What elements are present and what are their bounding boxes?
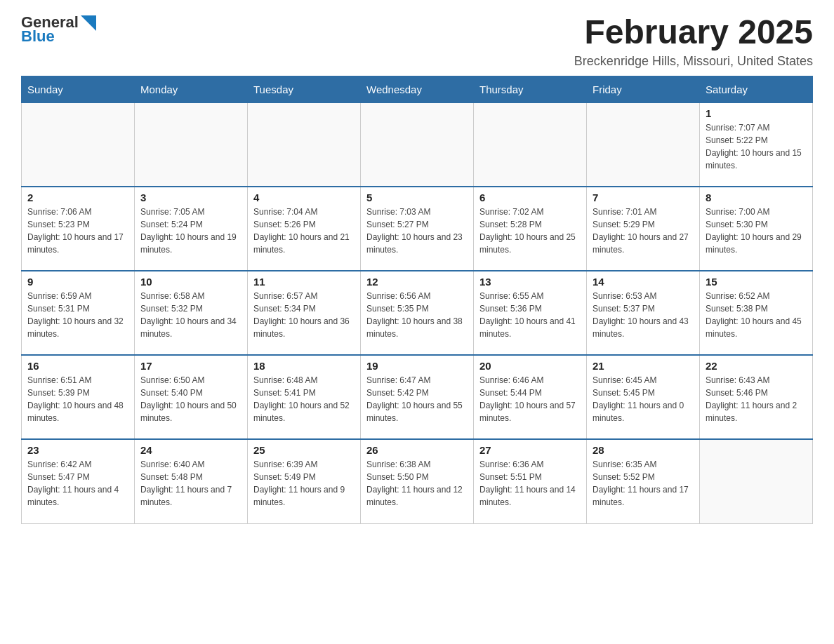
- header-wednesday: Wednesday: [361, 76, 474, 102]
- page-header: General Blue February 2025 Breckenridge …: [21, 14, 813, 69]
- day-number: 6: [479, 192, 581, 203]
- day-number: 5: [366, 192, 468, 203]
- table-row: 12Sunrise: 6:56 AMSunset: 5:35 PMDayligh…: [361, 271, 474, 355]
- table-row: 3Sunrise: 7:05 AMSunset: 5:24 PMDaylight…: [135, 187, 248, 271]
- header-saturday: Saturday: [700, 76, 813, 102]
- day-info: Sunrise: 6:35 AMSunset: 5:52 PMDaylight:…: [593, 458, 694, 509]
- table-row: 5Sunrise: 7:03 AMSunset: 5:27 PMDaylight…: [361, 187, 474, 271]
- calendar-week-row: 16Sunrise: 6:51 AMSunset: 5:39 PMDayligh…: [22, 355, 813, 439]
- day-number: 28: [593, 444, 694, 456]
- day-number: 7: [593, 192, 694, 203]
- day-info: Sunrise: 6:48 AMSunset: 5:41 PMDaylight:…: [253, 374, 355, 424]
- day-number: 1: [706, 107, 807, 119]
- day-info: Sunrise: 6:40 AMSunset: 5:48 PMDaylight:…: [140, 458, 241, 509]
- day-number: 17: [140, 360, 241, 372]
- day-number: 27: [479, 444, 581, 456]
- day-number: 24: [140, 444, 241, 456]
- table-row: [22, 102, 135, 187]
- table-row: 8Sunrise: 7:00 AMSunset: 5:30 PMDaylight…: [700, 187, 813, 271]
- day-info: Sunrise: 7:00 AMSunset: 5:30 PMDaylight:…: [706, 206, 807, 256]
- day-number: 13: [479, 276, 581, 288]
- table-row: 23Sunrise: 6:42 AMSunset: 5:47 PMDayligh…: [22, 439, 135, 523]
- day-number: 26: [366, 444, 468, 456]
- day-number: 20: [479, 360, 581, 372]
- location-subtitle: Breckenridge Hills, Missouri, United Sta…: [574, 54, 813, 69]
- day-number: 3: [140, 192, 241, 203]
- day-info: Sunrise: 6:58 AMSunset: 5:32 PMDaylight:…: [140, 290, 241, 340]
- table-row: 1Sunrise: 7:07 AMSunset: 5:22 PMDaylight…: [700, 102, 813, 187]
- day-number: 15: [706, 276, 807, 288]
- table-row: 22Sunrise: 6:43 AMSunset: 5:46 PMDayligh…: [700, 355, 813, 439]
- table-row: [587, 102, 700, 187]
- day-info: Sunrise: 7:03 AMSunset: 5:27 PMDaylight:…: [366, 206, 468, 256]
- logo: General Blue: [21, 14, 96, 45]
- table-row: 28Sunrise: 6:35 AMSunset: 5:52 PMDayligh…: [587, 439, 700, 523]
- day-number: 22: [706, 360, 807, 372]
- day-number: 10: [140, 276, 241, 288]
- day-number: 25: [253, 444, 355, 456]
- day-info: Sunrise: 6:52 AMSunset: 5:38 PMDaylight:…: [706, 290, 807, 340]
- day-info: Sunrise: 7:05 AMSunset: 5:24 PMDaylight:…: [140, 206, 241, 256]
- table-row: 6Sunrise: 7:02 AMSunset: 5:28 PMDaylight…: [474, 187, 587, 271]
- day-number: 21: [593, 360, 694, 372]
- table-row: 18Sunrise: 6:48 AMSunset: 5:41 PMDayligh…: [248, 355, 361, 439]
- table-row: 17Sunrise: 6:50 AMSunset: 5:40 PMDayligh…: [135, 355, 248, 439]
- day-info: Sunrise: 6:42 AMSunset: 5:47 PMDaylight:…: [27, 458, 128, 509]
- day-info: Sunrise: 6:55 AMSunset: 5:36 PMDaylight:…: [479, 290, 581, 340]
- table-row: [700, 439, 813, 523]
- day-info: Sunrise: 6:45 AMSunset: 5:45 PMDaylight:…: [593, 374, 694, 424]
- table-row: 21Sunrise: 6:45 AMSunset: 5:45 PMDayligh…: [587, 355, 700, 439]
- day-number: 4: [253, 192, 355, 203]
- day-number: 9: [27, 276, 128, 288]
- day-info: Sunrise: 6:51 AMSunset: 5:39 PMDaylight:…: [27, 374, 128, 424]
- table-row: [135, 102, 248, 187]
- table-row: 9Sunrise: 6:59 AMSunset: 5:31 PMDaylight…: [22, 271, 135, 355]
- day-number: 11: [253, 276, 355, 288]
- table-row: 19Sunrise: 6:47 AMSunset: 5:42 PMDayligh…: [361, 355, 474, 439]
- table-row: 27Sunrise: 6:36 AMSunset: 5:51 PMDayligh…: [474, 439, 587, 523]
- header-tuesday: Tuesday: [248, 76, 361, 102]
- table-row: 10Sunrise: 6:58 AMSunset: 5:32 PMDayligh…: [135, 271, 248, 355]
- day-number: 14: [593, 276, 694, 288]
- day-info: Sunrise: 7:01 AMSunset: 5:29 PMDaylight:…: [593, 206, 694, 256]
- day-number: 12: [366, 276, 468, 288]
- day-number: 18: [253, 360, 355, 372]
- table-row: 16Sunrise: 6:51 AMSunset: 5:39 PMDayligh…: [22, 355, 135, 439]
- day-info: Sunrise: 6:39 AMSunset: 5:49 PMDaylight:…: [253, 458, 355, 509]
- day-number: 23: [27, 444, 128, 456]
- day-info: Sunrise: 7:07 AMSunset: 5:22 PMDaylight:…: [706, 121, 807, 172]
- calendar-week-row: 23Sunrise: 6:42 AMSunset: 5:47 PMDayligh…: [22, 439, 813, 523]
- month-title: February 2025: [574, 14, 813, 51]
- header-monday: Monday: [135, 76, 248, 102]
- table-row: 4Sunrise: 7:04 AMSunset: 5:26 PMDaylight…: [248, 187, 361, 271]
- title-section: February 2025 Breckenridge Hills, Missou…: [574, 14, 813, 69]
- day-info: Sunrise: 7:04 AMSunset: 5:26 PMDaylight:…: [253, 206, 355, 256]
- table-row: 26Sunrise: 6:38 AMSunset: 5:50 PMDayligh…: [361, 439, 474, 523]
- day-info: Sunrise: 7:06 AMSunset: 5:23 PMDaylight:…: [27, 206, 128, 256]
- day-info: Sunrise: 7:02 AMSunset: 5:28 PMDaylight:…: [479, 206, 581, 256]
- day-info: Sunrise: 6:56 AMSunset: 5:35 PMDaylight:…: [366, 290, 468, 340]
- day-number: 16: [27, 360, 128, 372]
- table-row: 7Sunrise: 7:01 AMSunset: 5:29 PMDaylight…: [587, 187, 700, 271]
- table-row: 25Sunrise: 6:39 AMSunset: 5:49 PMDayligh…: [248, 439, 361, 523]
- day-number: 19: [366, 360, 468, 372]
- day-info: Sunrise: 6:50 AMSunset: 5:40 PMDaylight:…: [140, 374, 241, 424]
- header-thursday: Thursday: [474, 76, 587, 102]
- day-info: Sunrise: 6:36 AMSunset: 5:51 PMDaylight:…: [479, 458, 581, 509]
- logo-blue-text: Blue: [21, 28, 96, 45]
- day-info: Sunrise: 6:38 AMSunset: 5:50 PMDaylight:…: [366, 458, 468, 509]
- day-number: 2: [27, 192, 128, 203]
- header-friday: Friday: [587, 76, 700, 102]
- calendar-week-row: 9Sunrise: 6:59 AMSunset: 5:31 PMDaylight…: [22, 271, 813, 355]
- table-row: [474, 102, 587, 187]
- table-row: 20Sunrise: 6:46 AMSunset: 5:44 PMDayligh…: [474, 355, 587, 439]
- table-row: 24Sunrise: 6:40 AMSunset: 5:48 PMDayligh…: [135, 439, 248, 523]
- calendar-week-row: 2Sunrise: 7:06 AMSunset: 5:23 PMDaylight…: [22, 187, 813, 271]
- day-number: 8: [706, 192, 807, 203]
- table-row: 13Sunrise: 6:55 AMSunset: 5:36 PMDayligh…: [474, 271, 587, 355]
- day-info: Sunrise: 6:53 AMSunset: 5:37 PMDaylight:…: [593, 290, 694, 340]
- table-row: [248, 102, 361, 187]
- day-info: Sunrise: 6:47 AMSunset: 5:42 PMDaylight:…: [366, 374, 468, 424]
- table-row: 2Sunrise: 7:06 AMSunset: 5:23 PMDaylight…: [22, 187, 135, 271]
- table-row: 14Sunrise: 6:53 AMSunset: 5:37 PMDayligh…: [587, 271, 700, 355]
